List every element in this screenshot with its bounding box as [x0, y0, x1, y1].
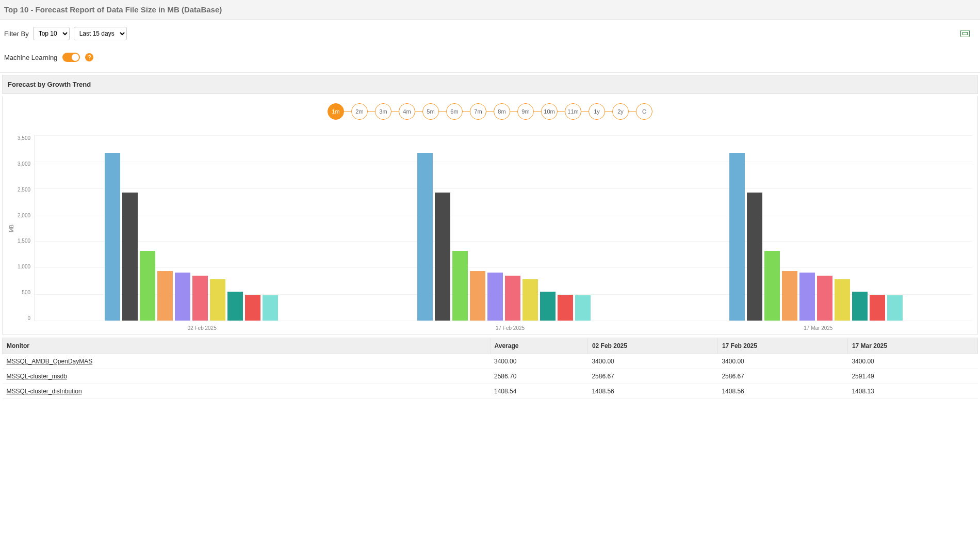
monitor-link[interactable]: MSSQL-cluster_msdb: [7, 373, 67, 380]
table-row: MSSQL-cluster_msdb2586.702586.672586.672…: [3, 369, 978, 384]
period-btn-4m[interactable]: 4m: [399, 103, 415, 120]
cell: 2586.67: [717, 369, 847, 384]
monitor-link[interactable]: MSSQL-cluster_distribution: [7, 388, 82, 395]
bar[interactable]: [122, 193, 138, 321]
th-average: Average: [490, 338, 587, 354]
chart-panel: 1m2m3m4m5m6m7m8m9m10m11m1y2yC MB 3,5003,…: [2, 96, 978, 335]
chart-plot: [35, 135, 972, 321]
filter-top-select[interactable]: Top 10: [33, 27, 70, 40]
bar[interactable]: [505, 276, 520, 321]
th-d1: 02 Feb 2025: [587, 338, 717, 354]
bar[interactable]: [887, 295, 903, 321]
th-monitor: Monitor: [3, 338, 491, 354]
th-d2: 17 Feb 2025: [717, 338, 847, 354]
cell: 3400.00: [587, 354, 717, 369]
bar[interactable]: [227, 292, 243, 321]
y-tick: 500: [18, 290, 30, 295]
period-btn-1m[interactable]: 1m: [328, 103, 344, 120]
bar[interactable]: [192, 276, 208, 321]
ml-row: Machine Learning ?: [0, 43, 980, 73]
cell: 1408.54: [490, 384, 587, 399]
bar[interactable]: [157, 271, 173, 321]
period-btn-2y[interactable]: 2y: [612, 103, 629, 120]
period-btn-7m[interactable]: 7m: [470, 103, 486, 120]
bar[interactable]: [452, 251, 468, 321]
bar[interactable]: [782, 271, 797, 321]
y-tick: 1,500: [18, 238, 30, 244]
bar[interactable]: [558, 295, 573, 321]
bar[interactable]: [210, 279, 225, 321]
bar[interactable]: [764, 251, 780, 321]
bar[interactable]: [417, 153, 433, 321]
bar[interactable]: [263, 295, 278, 321]
cell: 3400.00: [717, 354, 847, 369]
data-table: Monitor Average 02 Feb 2025 17 Feb 2025 …: [2, 338, 978, 399]
period-btn-9m[interactable]: 9m: [517, 103, 534, 120]
table-row: MSSQL_AMDB_OpenDayMAS3400.003400.003400.…: [3, 354, 978, 369]
ml-label: Machine Learning: [4, 54, 57, 61]
bar[interactable]: [175, 273, 190, 321]
period-btn-8m[interactable]: 8m: [494, 103, 510, 120]
filter-label: Filter By: [4, 30, 29, 38]
x-ticks: 02 Feb 202517 Feb 202517 Mar 2025: [48, 321, 972, 331]
monitor-link[interactable]: MSSQL_AMDB_OpenDayMAS: [7, 358, 93, 365]
bar[interactable]: [435, 193, 450, 321]
bar[interactable]: [140, 251, 155, 321]
y-tick: 2,000: [18, 213, 30, 218]
cell: 2586.67: [587, 369, 717, 384]
y-ticks: 3,5003,0002,5002,0001,5001,0005000: [18, 135, 35, 321]
cell: 2586.70: [490, 369, 587, 384]
x-tick: 02 Feb 2025: [48, 321, 356, 331]
page-title: Top 10 - Forecast Report of Data File Si…: [0, 0, 980, 20]
bar[interactable]: [852, 292, 868, 321]
bar[interactable]: [522, 279, 538, 321]
export-icon[interactable]: [960, 30, 970, 37]
x-tick: 17 Mar 2025: [664, 321, 972, 331]
bar[interactable]: [835, 279, 850, 321]
bar[interactable]: [487, 273, 503, 321]
cell: 3400.00: [847, 354, 977, 369]
chart-area: MB 3,5003,0002,5002,0001,5001,0005000: [8, 135, 972, 321]
bar-group: [660, 135, 972, 321]
period-btn-5m[interactable]: 5m: [422, 103, 439, 120]
bar[interactable]: [245, 295, 260, 321]
period-btn-11m[interactable]: 11m: [565, 103, 581, 120]
table-header-row: Monitor Average 02 Feb 2025 17 Feb 2025 …: [3, 338, 978, 354]
y-tick: 1,000: [18, 264, 30, 269]
y-tick: 2,500: [18, 187, 30, 193]
y-tick: 3,000: [18, 161, 30, 167]
filter-range-select[interactable]: Last 15 days: [74, 27, 127, 40]
filter-bar: Filter By Top 10 Last 15 days: [0, 20, 980, 43]
table-row: MSSQL-cluster_distribution1408.541408.56…: [3, 384, 978, 399]
cell: 1408.56: [587, 384, 717, 399]
bar[interactable]: [540, 292, 556, 321]
ml-toggle[interactable]: [62, 53, 80, 62]
cell: 2591.49: [847, 369, 977, 384]
bar[interactable]: [817, 276, 832, 321]
th-d3: 17 Mar 2025: [847, 338, 977, 354]
cell: 1408.13: [847, 384, 977, 399]
period-btn-10m[interactable]: 10m: [541, 103, 558, 120]
period-row: 1m2m3m4m5m6m7m8m9m10m11m1y2yC: [8, 103, 972, 120]
bar[interactable]: [870, 295, 885, 321]
bar[interactable]: [729, 153, 745, 321]
bar-group: [35, 135, 348, 321]
bar[interactable]: [747, 193, 762, 321]
bar[interactable]: [575, 295, 591, 321]
bar-group: [348, 135, 660, 321]
help-icon[interactable]: ?: [85, 53, 93, 61]
cell: 3400.00: [490, 354, 587, 369]
bar[interactable]: [470, 271, 485, 321]
period-btn-6m[interactable]: 6m: [446, 103, 463, 120]
section-title: Forecast by Growth Trend: [2, 75, 978, 94]
bar[interactable]: [799, 273, 815, 321]
period-btn-C[interactable]: C: [636, 103, 652, 120]
period-btn-2m[interactable]: 2m: [351, 103, 368, 120]
x-tick: 17 Feb 2025: [356, 321, 664, 331]
period-btn-3m[interactable]: 3m: [375, 103, 391, 120]
y-tick: 3,500: [18, 135, 30, 141]
period-btn-1y[interactable]: 1y: [589, 103, 605, 120]
cell: 1408.56: [717, 384, 847, 399]
bar[interactable]: [105, 153, 120, 321]
y-axis-label: MB: [8, 225, 18, 232]
